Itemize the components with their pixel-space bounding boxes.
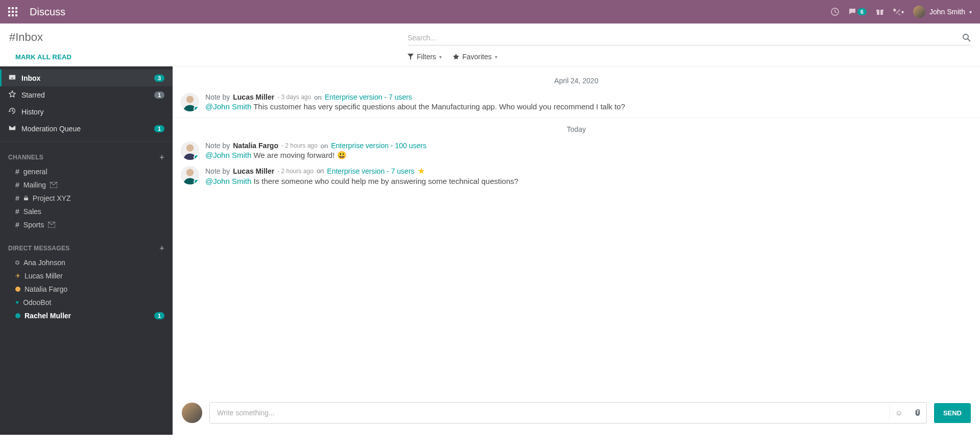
- mention[interactable]: @John Smith: [205, 177, 251, 185]
- message: Note by Natalia Fargo - 2 hours ago on E…: [173, 138, 980, 163]
- note-by-label: Note by: [205, 93, 230, 101]
- user-menu[interactable]: John Smith ▾: [913, 6, 972, 18]
- app-title[interactable]: Discuss: [30, 6, 65, 18]
- svg-rect-15: [24, 198, 28, 200]
- star-icon: [8, 90, 16, 99]
- dm-odoobot[interactable]: ♥OdooBot: [0, 296, 173, 309]
- message-count-badge: 6: [857, 8, 867, 15]
- message-subject-link[interactable]: Enterprise version - 7 users: [325, 93, 412, 101]
- count-badge: 1: [154, 91, 164, 99]
- gift-icon[interactable]: [876, 8, 884, 16]
- hash-icon: #: [15, 221, 19, 229]
- compose-area: ☺ SEND: [173, 395, 980, 435]
- channel-label: general: [23, 168, 47, 176]
- status-online-icon: [15, 313, 20, 318]
- filters-label: Filters: [417, 53, 436, 61]
- dm-ana-johnson[interactable]: Ana Johnson: [0, 256, 173, 269]
- search-bar: [408, 31, 971, 45]
- message: Note by Lucas Miller - 2 hours ago on En…: [173, 163, 980, 189]
- dm-label: Lucas Miller: [25, 272, 164, 280]
- envelope-icon: [48, 222, 55, 228]
- hash-icon: #: [15, 181, 19, 189]
- messaging-icon[interactable]: 6: [848, 8, 867, 16]
- note-by-label: Note by: [205, 167, 230, 175]
- devtools-icon[interactable]: ▾: [893, 8, 904, 16]
- channels-header: CHANNELS +: [0, 146, 173, 165]
- sidebar-mailbox-moderation-queue[interactable]: Moderation Queue 1: [0, 120, 173, 137]
- sidebar-mailbox-inbox[interactable]: Inbox 3: [0, 69, 173, 86]
- sidebar-item-label: Inbox: [21, 74, 149, 82]
- channel-project-xyz[interactable]: #Project XYZ: [0, 192, 173, 205]
- presence-icon: [194, 154, 199, 160]
- svg-rect-12: [879, 10, 880, 15]
- channel-sales[interactable]: #Sales: [0, 205, 173, 218]
- envelope-icon: [50, 182, 57, 188]
- sidebar-item-label: History: [21, 108, 164, 116]
- svg-rect-4: [12, 11, 14, 13]
- channel-general[interactable]: #general: [0, 165, 173, 178]
- filters-menu[interactable]: Filters ▾: [408, 53, 442, 61]
- message: Note by Lucas Miller - 3 days ago on Ent…: [173, 90, 980, 114]
- add-channel-button[interactable]: +: [159, 153, 164, 162]
- apps-menu-icon[interactable]: [8, 7, 17, 16]
- send-button[interactable]: SEND: [934, 403, 971, 423]
- add-dm-button[interactable]: +: [159, 244, 164, 253]
- search-input[interactable]: [408, 31, 963, 45]
- message-author[interactable]: Natalia Fargo: [233, 142, 278, 150]
- svg-rect-7: [12, 14, 14, 16]
- channel-label: Sports: [23, 221, 44, 229]
- message-avatar: [181, 166, 199, 184]
- mark-all-read-button[interactable]: MARK ALL READ: [9, 53, 387, 61]
- svg-point-22: [186, 169, 194, 176]
- search-icon[interactable]: [963, 34, 971, 42]
- inbox-icon: [8, 74, 16, 82]
- message-body: @John Smith This customer has very speci…: [205, 102, 972, 111]
- message-author[interactable]: Lucas Miller: [233, 167, 274, 175]
- status-bot-icon: ♥: [15, 299, 19, 306]
- on-label: on: [321, 142, 328, 150]
- dm-lucas-miller[interactable]: ✈Lucas Miller: [0, 269, 173, 283]
- presence-icon: [194, 179, 199, 184]
- presence-icon: [194, 106, 199, 111]
- hash-icon: #: [15, 168, 19, 176]
- compose-box: ☺: [209, 402, 927, 424]
- svg-point-18: [186, 96, 194, 103]
- channel-mailing[interactable]: #Mailing: [0, 178, 173, 192]
- sidebar-mailbox-history[interactable]: History: [0, 103, 173, 120]
- starred-icon[interactable]: ★: [418, 166, 425, 176]
- message-timestamp: - 2 hours ago: [277, 168, 314, 175]
- count-badge: 3: [154, 75, 164, 82]
- mention[interactable]: @John Smith: [205, 102, 251, 111]
- message-subject-link[interactable]: Enterprise version - 100 users: [331, 142, 426, 150]
- hash-icon: #: [15, 194, 19, 202]
- lock-icon: [23, 196, 29, 201]
- sidebar-mailbox-starred[interactable]: Starred 1: [0, 86, 173, 103]
- compose-input[interactable]: [210, 403, 889, 423]
- history-icon: [8, 107, 16, 116]
- favorites-menu[interactable]: Favorites ▾: [453, 53, 497, 61]
- message-body: @John Smith Is there someone who could h…: [205, 177, 972, 185]
- control-panel: #Inbox MARK ALL READ Filters ▾ Favorites…: [0, 24, 980, 66]
- channel-sports[interactable]: #Sports: [0, 218, 173, 231]
- dm-natalia-fargo[interactable]: Natalia Fargo: [0, 283, 173, 296]
- svg-rect-6: [8, 14, 10, 16]
- attachment-icon[interactable]: [908, 409, 926, 417]
- svg-rect-3: [8, 11, 10, 13]
- message-author[interactable]: Lucas Miller: [233, 93, 274, 101]
- filter-icon: [408, 54, 414, 60]
- svg-rect-5: [15, 11, 17, 13]
- direct-messages-header: DIRECT MESSAGES +: [0, 237, 173, 256]
- date-separator: April 24, 2020: [173, 69, 980, 90]
- mention[interactable]: @John Smith: [205, 151, 251, 159]
- dm-rachel-muller[interactable]: Rachel Muller1: [0, 309, 173, 322]
- svg-rect-1: [12, 7, 14, 9]
- emoji-icon[interactable]: ☺: [890, 409, 908, 417]
- count-badge: 1: [154, 125, 164, 132]
- activities-icon[interactable]: [831, 8, 839, 16]
- svg-rect-8: [15, 14, 17, 16]
- dm-label: OdooBot: [23, 298, 164, 307]
- svg-point-20: [186, 144, 194, 151]
- message-subject-link[interactable]: Enterprise version - 7 users: [327, 167, 414, 175]
- svg-rect-0: [8, 7, 10, 9]
- message-avatar: [181, 93, 199, 111]
